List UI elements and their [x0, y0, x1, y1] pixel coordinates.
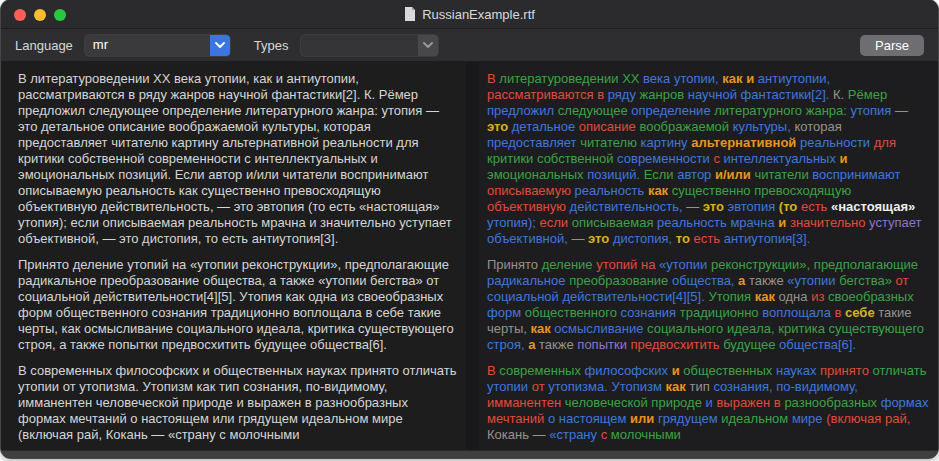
parsed-word: есть — [694, 231, 720, 246]
parsed-word: как — [648, 183, 668, 198]
parsed-word: воплощала — [762, 305, 831, 320]
title-bar: RussianExample.rtf — [1, 0, 938, 29]
parsed-word: философских — [585, 363, 668, 378]
parsed-paragraph: В современных философских и общественных… — [487, 363, 930, 443]
pane-divider[interactable] — [466, 62, 479, 450]
parsed-word: сознания, — [713, 379, 772, 394]
language-value: mr — [85, 35, 210, 56]
types-select[interactable] — [301, 35, 438, 56]
parsed-word: объективную — [487, 199, 566, 214]
parsed-word: существующего — [829, 321, 925, 336]
parsed-word: и/или — [715, 167, 751, 182]
parsed-word: мире — [792, 411, 823, 426]
parsed-word: своеобразных — [828, 289, 914, 304]
parsed-word: социальной — [487, 289, 559, 304]
source-text-pane[interactable]: В литературоведении XX века утопии, как … — [1, 62, 466, 450]
chevron-down-icon — [418, 35, 438, 56]
parsed-word: человеческой — [565, 395, 648, 410]
parsed-word: и — [746, 71, 754, 86]
parse-button[interactable]: Parse — [860, 35, 924, 56]
parsed-word: тип — [689, 379, 709, 394]
parsed-word: эмоциональных — [487, 167, 584, 182]
parsed-word: форм — [487, 305, 521, 320]
parsed-word: о — [548, 411, 555, 426]
document-icon — [404, 7, 416, 22]
language-label: Language — [15, 38, 73, 53]
minimize-button[interactable] — [34, 9, 46, 21]
parsed-word: выражен — [716, 395, 770, 410]
parsed-word: картину — [641, 135, 688, 150]
parsed-word: утопия — [851, 103, 892, 118]
parsed-word: «страну — [549, 427, 597, 442]
source-paragraph: Принято деление утопий на «утопии реконс… — [18, 257, 457, 353]
parsed-word: радикальное — [487, 273, 566, 288]
parsed-word: современности — [617, 151, 710, 166]
parsed-word: в — [835, 305, 842, 320]
parsed-word: это — [588, 231, 609, 246]
parsed-word: мрачна — [730, 215, 774, 230]
parsed-word: «утопии — [787, 273, 835, 288]
parsed-word: — — [895, 103, 908, 118]
parsed-word: превосходящую — [754, 183, 851, 198]
parsed-word: на — [641, 257, 655, 272]
close-button[interactable] — [14, 9, 26, 21]
parsed-word: деление — [542, 257, 593, 272]
parsed-word: научной — [688, 87, 737, 102]
parsed-word: общества[6]. — [779, 337, 856, 352]
parsed-word: предполагающие — [814, 257, 918, 272]
parsed-word: попытки — [577, 337, 627, 352]
parsed-word: как — [722, 71, 742, 86]
parsed-word: одна — [779, 289, 808, 304]
parsed-word: действительности[4][5]. — [562, 289, 704, 304]
parsed-word: ряду — [608, 87, 636, 102]
parsed-word: жанра: — [806, 103, 847, 118]
parsed-text-pane[interactable]: В литературоведении XX века утопии, как … — [479, 62, 938, 450]
window-title: RussianExample.rtf — [422, 7, 535, 22]
parsed-word: в — [597, 87, 604, 102]
source-paragraph: В литературоведении XX века утопии, как … — [18, 71, 457, 247]
language-select[interactable]: mr — [85, 35, 230, 56]
content-area: В литературоведении XX века утопии, как … — [1, 62, 938, 450]
parsed-word: В — [487, 71, 496, 86]
parsed-word: по-видимому, — [776, 379, 858, 394]
parsed-word: литературоведении — [499, 71, 618, 86]
parsed-word: культуры, — [733, 119, 791, 134]
parsed-word: будущее — [723, 337, 775, 352]
parsed-word: фантастики[2]. — [741, 87, 830, 102]
parsed-paragraph: Принято деление утопий на «утопии реконс… — [487, 257, 930, 353]
parsed-word: дистопия, — [613, 231, 672, 246]
parsed-word: науках — [776, 363, 816, 378]
parsed-word: XX — [622, 71, 639, 86]
zoom-button[interactable] — [54, 9, 66, 21]
parsed-word: читатели — [754, 167, 808, 182]
parsed-word: следующее — [558, 103, 628, 118]
parsed-word: это — [703, 199, 724, 214]
parsed-word: или — [630, 411, 654, 426]
parsed-word: века — [643, 71, 670, 86]
parsed-word: значительно — [790, 215, 866, 230]
parsed-word: такие — [878, 305, 911, 320]
parsed-word: К. — [833, 87, 844, 102]
parsed-word: утопии, — [674, 71, 719, 86]
parsed-word: общественных — [683, 363, 772, 378]
parsed-word: от — [532, 379, 545, 394]
parsed-word: альтернативной — [691, 135, 796, 150]
parsed-word: утопии — [487, 379, 528, 394]
parsed-word: определение — [631, 103, 710, 118]
parsed-word: если — [539, 215, 568, 230]
parsed-word: утопий — [596, 257, 637, 272]
parsed-word: как — [530, 321, 550, 336]
parsed-word: строя, — [487, 337, 525, 352]
parsed-word: предложил — [487, 103, 554, 118]
parsed-word: общественного — [525, 305, 617, 320]
parsed-word: Кокань — [487, 427, 529, 442]
parsed-word: современных — [499, 363, 581, 378]
parsed-word: традиционно — [680, 305, 759, 320]
parsed-word: рассматриваются — [487, 87, 594, 102]
parsed-word: — — [571, 231, 584, 246]
parsed-word: антиутопия[3]. — [724, 231, 811, 246]
parsed-word: существенно — [672, 183, 751, 198]
parsed-word: реальность — [575, 183, 645, 198]
parsed-word: предоставляет — [487, 135, 577, 150]
parsed-word: описание — [579, 119, 636, 134]
